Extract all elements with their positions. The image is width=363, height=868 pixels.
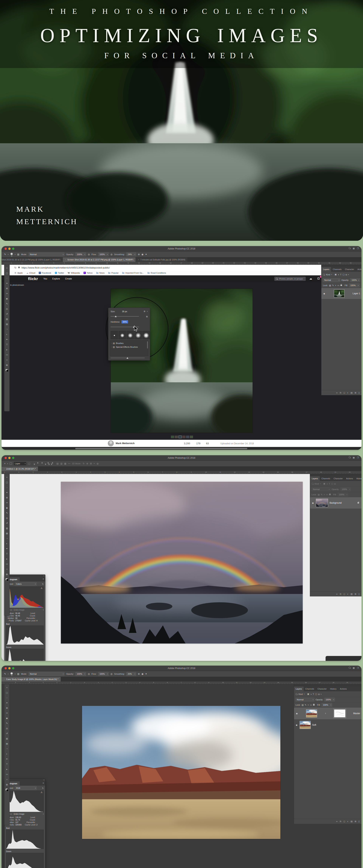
- lock-artboard-icon[interactable]: ▭: [310, 704, 312, 706]
- history-brush-tool-icon[interactable]: ↺: [4, 731, 9, 736]
- tab-actions[interactable]: Actions: [344, 476, 355, 481]
- shape-tool-icon[interactable]: ▭: [4, 772, 9, 777]
- blend-mode-select[interactable]: Normal▾: [311, 487, 331, 491]
- auto-select-target-select[interactable]: Layer▾: [13, 462, 27, 465]
- lock-pixels-icon[interactable]: ✎: [332, 284, 334, 287]
- filter-shape-icon[interactable]: ▢: [342, 273, 344, 276]
- brush-preset[interactable]: [142, 331, 150, 339]
- smoothing-gear-icon[interactable]: ⊛: [138, 673, 140, 675]
- tab-channels[interactable]: Channels: [304, 687, 316, 691]
- move-tool-icon[interactable]: +: [4, 475, 9, 479]
- distribute-icon[interactable]: ▥: [60, 462, 62, 465]
- lock-pixels-icon[interactable]: ✎: [305, 704, 306, 706]
- workspace-icon[interactable]: ❐: [357, 456, 359, 459]
- dodge-tool-icon[interactable]: ◐: [4, 752, 9, 756]
- type-tool-icon[interactable]: T: [4, 342, 9, 347]
- bookmark-item[interactable]: Imported From Sa...: [122, 272, 144, 274]
- flickr-nav-explore[interactable]: Explore: [52, 277, 60, 280]
- zoom-tool-icon[interactable]: ◍: [4, 363, 9, 367]
- brush-settings-panel-icon[interactable]: ▤: [17, 253, 19, 256]
- layer-row-soft[interactable]: ◉ Soft: [294, 719, 362, 731]
- layer-thumbnail[interactable]: [316, 499, 328, 507]
- size-value[interactable]: 35 px: [122, 310, 127, 313]
- fill-select[interactable]: 100%▾: [338, 493, 348, 496]
- workspace-icon[interactable]: ❐: [357, 247, 359, 250]
- hand-tool-icon[interactable]: ◖: [4, 777, 9, 782]
- document-tab-active[interactable]: ×Screen Shot 2019-01-30 at 2.13.57 PM.pn…: [63, 257, 136, 262]
- delete-layer-icon[interactable]: ▯: [359, 392, 360, 394]
- layer-group-icon[interactable]: ▤: [351, 593, 353, 595]
- bookmark-item[interactable]: fFacebook: [39, 272, 51, 274]
- document-tab[interactable]: ×Screen Shot 2019-01-30 at 2.13.13 PM.pn…: [1, 257, 63, 262]
- search-icon[interactable]: [349, 667, 351, 669]
- layer-style-icon[interactable]: fx: [340, 820, 341, 823]
- marquee-tool-icon[interactable]: ▢: [4, 690, 9, 695]
- clone-stamp-tool-icon[interactable]: ◎: [4, 307, 9, 311]
- reload-icon[interactable]: ↻: [14, 266, 17, 269]
- thumbnail[interactable]: [186, 436, 189, 438]
- gradient-tool-icon[interactable]: ▤: [4, 322, 9, 327]
- filter-pixel-icon[interactable]: ▣: [323, 483, 325, 485]
- warning-icon[interactable]: ⚠: [41, 791, 42, 794]
- 3d-roll-icon[interactable]: ⊕: [86, 462, 88, 465]
- layer-mask-icon[interactable]: ◻: [343, 593, 345, 595]
- brush-preset[interactable]: [111, 331, 118, 339]
- link-layers-icon[interactable]: ∞: [336, 392, 338, 394]
- blend-mode-select[interactable]: Normal▾: [29, 672, 64, 676]
- layout-icon[interactable]: ▦: [353, 667, 355, 669]
- blur-tool-icon[interactable]: ◔: [4, 536, 9, 541]
- lock-pixels-icon[interactable]: ✎: [321, 493, 323, 496]
- layer-name[interactable]: Layer 1: [353, 292, 360, 295]
- tab-character[interactable]: Character: [332, 476, 344, 481]
- fill-select[interactable]: 100%▾: [322, 703, 332, 707]
- layer-mask-icon[interactable]: ◻: [343, 820, 345, 823]
- marquee-tool-icon[interactable]: ▢: [4, 480, 9, 485]
- channel-select[interactable]: Colors▾: [15, 582, 37, 586]
- bookmark-item[interactable]: News: [96, 272, 105, 274]
- type-tool-icon[interactable]: T: [4, 762, 9, 767]
- tab-channels[interactable]: Channels: [320, 476, 332, 481]
- layer-style-icon[interactable]: fx: [340, 392, 341, 394]
- collapse-icon[interactable]: ‹‹: [43, 779, 44, 781]
- bottom-slider[interactable]: [111, 358, 145, 358]
- filter-adjustment-icon[interactable]: ◑: [326, 483, 328, 485]
- symmetry-icon[interactable]: ✦: [145, 673, 147, 675]
- popup-scrollbar[interactable]: [147, 341, 148, 348]
- airbrush-icon[interactable]: ◎: [111, 673, 112, 675]
- eraser-tool-icon[interactable]: ▥: [4, 526, 9, 531]
- filter-shape-icon[interactable]: ▢: [331, 483, 333, 485]
- thumbnail-selected[interactable]: [179, 436, 182, 438]
- lasso-tool-icon[interactable]: ◌: [4, 276, 9, 281]
- filter-toggle-icon[interactable]: ●: [348, 274, 349, 275]
- document-tab-active[interactable]: ×Untitled-1 @ 33.3% (RGB/16*) *: [1, 467, 38, 471]
- gradient-tool-icon[interactable]: ▤: [4, 741, 9, 746]
- filter-adjustment-icon[interactable]: ◑: [338, 274, 339, 276]
- brush-preset[interactable]: [126, 331, 134, 339]
- blur-tool-icon[interactable]: ◔: [4, 746, 9, 751]
- visibility-eye-icon[interactable]: ◉: [295, 712, 298, 715]
- flow-select[interactable]: 100%▾: [98, 672, 109, 676]
- pen-tool-icon[interactable]: ✒: [4, 546, 9, 551]
- eraser-tool-icon[interactable]: ▥: [4, 317, 9, 321]
- filter-shape-icon[interactable]: ▢: [315, 693, 317, 695]
- layer-name[interactable]: Soft: [312, 724, 316, 726]
- upload-icon[interactable]: ☁: [309, 277, 312, 280]
- move-tool-icon[interactable]: +: [4, 462, 5, 465]
- filter-kind-select[interactable]: Kind: [326, 274, 330, 276]
- lock-all-icon[interactable]: [313, 704, 314, 706]
- background-color[interactable]: [6, 370, 8, 372]
- gear-icon[interactable]: ⊛: [144, 310, 145, 313]
- layer-group-icon[interactable]: ▤: [351, 392, 353, 394]
- visibility-eye-icon[interactable]: ◉: [295, 724, 298, 726]
- filter-type-icon[interactable]: T: [340, 274, 341, 276]
- brush-preset-picker[interactable]: 15: [10, 672, 13, 676]
- layer-mask-thumbnail[interactable]: [334, 709, 345, 717]
- blend-mode-select[interactable]: Normal▾: [296, 698, 314, 702]
- warning-icon[interactable]: ⚠: [41, 587, 42, 589]
- adjustment-layer-icon[interactable]: ◐: [347, 593, 349, 595]
- smoothing-gear-icon[interactable]: ⊛: [138, 253, 140, 256]
- align-right-icon[interactable]: ▝: [41, 462, 42, 465]
- brush-group[interactable]: ›▤Brushes: [111, 341, 147, 345]
- layout-icon[interactable]: ▦: [353, 456, 355, 459]
- move-tool-icon[interactable]: +: [4, 685, 9, 690]
